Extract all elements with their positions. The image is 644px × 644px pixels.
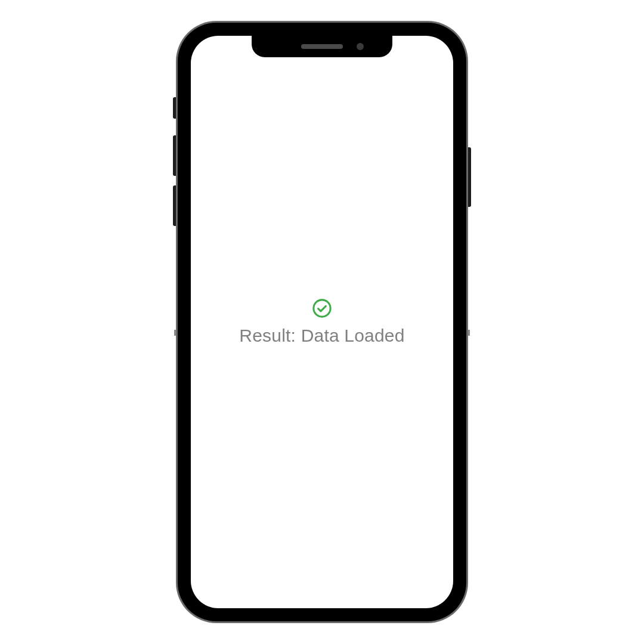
phone-outer-shell: Result: Data Loaded [176, 21, 468, 623]
status-text: Result: Data Loaded [239, 326, 404, 346]
antenna-line-right [468, 330, 470, 336]
phone-body: Result: Data Loaded [178, 23, 466, 621]
phone-notch [252, 36, 392, 57]
front-camera [357, 43, 364, 50]
status-panel: Result: Data Loaded [239, 298, 404, 346]
svg-point-0 [314, 300, 330, 317]
speaker-grille [301, 44, 343, 49]
phone-device-frame: Result: Data Loaded [176, 21, 468, 623]
phone-screen[interactable]: Result: Data Loaded [191, 36, 453, 608]
check-circle-icon [312, 298, 332, 318]
